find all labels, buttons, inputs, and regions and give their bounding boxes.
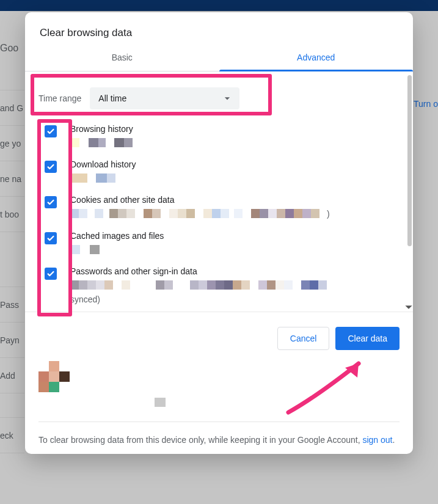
cancel-button[interactable]: Cancel xyxy=(277,327,330,350)
sign-out-link[interactable]: sign out xyxy=(362,435,392,445)
scrollbar[interactable] xyxy=(407,75,412,246)
clear-browsing-data-dialog: Clear browsing data Basic Advanced Time … xyxy=(25,12,413,454)
option-title: Download history xyxy=(70,159,401,169)
chevron-down-icon xyxy=(221,92,233,104)
tab-bar: Basic Advanced xyxy=(25,45,413,71)
redacted-profile-pic xyxy=(38,361,69,392)
option-cookies: Cookies and other site data ) xyxy=(35,191,401,227)
redacted-text xyxy=(155,398,166,407)
option-title: Cached images and files xyxy=(70,231,401,241)
option-browsing-history: Browsing history xyxy=(35,120,401,156)
divider xyxy=(38,422,400,422)
redacted-text: ) xyxy=(70,209,401,219)
time-range-select[interactable]: All time xyxy=(90,87,239,109)
redacted-text xyxy=(70,280,401,290)
tab-advanced[interactable]: Advanced xyxy=(219,45,414,71)
tab-basic[interactable]: Basic xyxy=(25,45,219,71)
sign-out-note: To clear browsing data from this device … xyxy=(38,433,400,447)
time-range-value: All time xyxy=(98,93,126,103)
modal-overlay: Clear browsing data Basic Advanced Time … xyxy=(0,0,438,504)
dialog-footer: Cancel Clear data xyxy=(25,312,413,361)
checkbox-browsing-history[interactable] xyxy=(45,125,57,137)
redacted-text xyxy=(70,245,401,254)
redacted-text xyxy=(70,173,401,183)
clear-data-button[interactable]: Clear data xyxy=(335,327,400,350)
option-title: Cookies and other site data xyxy=(70,195,401,205)
dialog-bottom-extra: To clear browsing data from this device … xyxy=(25,361,413,454)
time-range-label: Time range xyxy=(38,93,81,103)
option-title: Browsing history xyxy=(70,124,401,134)
option-passwords: Passwords and other sign-in data synced) xyxy=(35,263,401,308)
checkbox-download-history[interactable] xyxy=(45,161,57,173)
scroll-down-icon[interactable] xyxy=(404,303,413,312)
option-title: Passwords and other sign-in data xyxy=(70,266,401,276)
dialog-title: Clear browsing data xyxy=(25,12,413,45)
redacted-text xyxy=(70,138,401,147)
checkbox-passwords[interactable] xyxy=(45,268,57,280)
option-subtext: synced) xyxy=(70,294,401,304)
time-range-row: Time range All time xyxy=(35,80,401,120)
checkbox-cached[interactable] xyxy=(45,232,57,244)
checkbox-cookies[interactable] xyxy=(45,196,57,208)
option-download-history: Download history xyxy=(35,156,401,191)
dialog-scroll-area: Time range All time Browsing history xyxy=(25,71,413,312)
option-cached: Cached images and files xyxy=(35,227,401,263)
